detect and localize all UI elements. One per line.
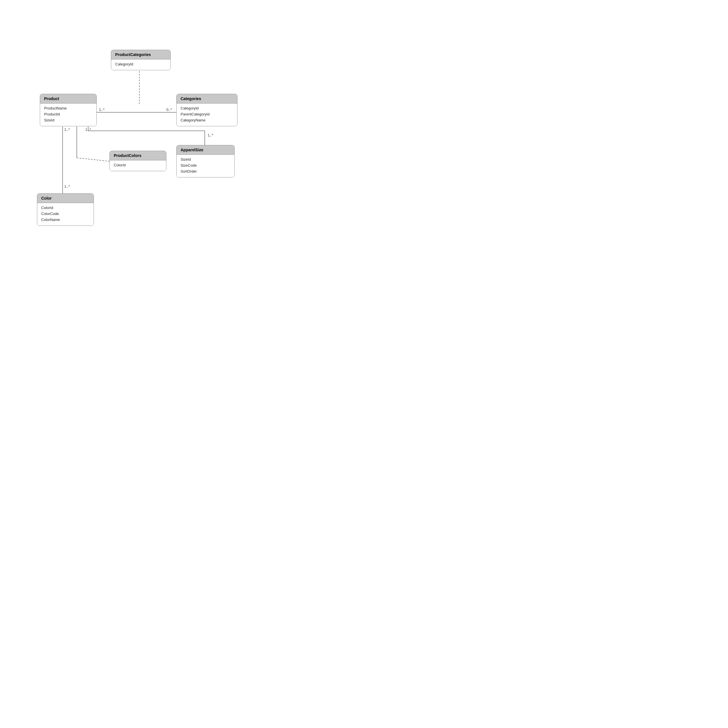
entity-categories-body: CategoryId ParentCategoryId CategoryName [177,104,237,126]
entity-color-header: Color [37,194,93,203]
entity-product: Product ProductName ProductId SizeId [40,94,97,126]
entity-productcategories-body: CategoryId [111,60,170,70]
label-color-top: 1..* [64,184,70,188]
field-pco-colorid: ColorId [114,162,162,168]
entity-productcolors: ProductColors ColorId [110,151,166,171]
entity-productcategories-title: ProductCategories [115,52,151,57]
label-apparelsize-top: 1..* [208,133,213,138]
entity-color: Color ColorId ColorCode ColorName [37,193,94,226]
field-c-categoryname: CategoryName [180,117,233,123]
entity-color-title: Color [41,196,52,200]
field-c-categoryid: CategoryId [180,105,233,111]
entity-apparelsize-body: SizeId SizeCode SortOrder [177,155,234,177]
field-p-sizeid: SizeId [44,117,92,123]
field-as-sizeid: SizeId [180,156,230,162]
entity-categories-header: Categories [177,94,237,104]
label-productcolors-top: 1..* [85,127,91,132]
svg-line-3 [77,158,110,161]
entity-productcolors-title: ProductColors [114,153,141,158]
entity-product-title: Product [44,96,59,101]
field-p-productid: ProductId [44,111,92,117]
field-co-colorname: ColorName [41,217,90,223]
label-product-right: 1..* [99,107,105,112]
entity-productcategories: ProductCategories CategoryId [111,50,171,70]
label-categories-left: 0..* [166,107,172,112]
field-as-sizecode: SizeCode [180,162,230,168]
entity-product-header: Product [40,94,96,104]
field-co-colorid: ColorId [41,205,90,211]
entity-product-body: ProductName ProductId SizeId [40,104,96,126]
field-co-colorcode: ColorCode [41,211,90,217]
field-p-productname: ProductName [44,105,92,111]
entity-productcolors-body: ColorId [110,161,166,171]
entity-apparelsize-title: ApparelSize [180,148,203,152]
entity-categories: Categories CategoryId ParentCategoryId C… [176,94,237,126]
field-pc-categoryid: CategoryId [115,61,166,67]
field-as-sortorder: SortOrder [180,168,230,174]
entity-apparelsize: ApparelSize SizeId SizeCode SortOrder [176,145,235,177]
entity-apparelsize-header: ApparelSize [177,145,234,155]
entity-categories-title: Categories [180,96,201,101]
entity-productcategories-header: ProductCategories [111,50,170,60]
entity-productcolors-header: ProductColors [110,151,166,161]
field-c-parentcategoryid: ParentCategoryId [180,111,233,117]
diagram-container: 1..* 0..* 1..* 1..* 1..* 1..* ProductCat… [0,0,307,307]
label-product-bottom-left: 1..* [64,127,70,132]
entity-color-body: ColorId ColorCode ColorName [37,203,93,225]
